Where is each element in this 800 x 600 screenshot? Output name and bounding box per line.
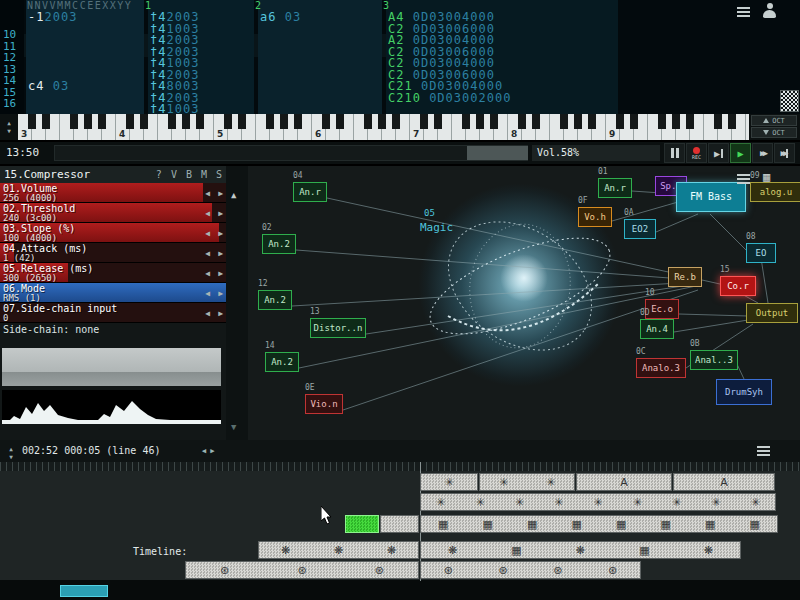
- pattern-cell[interactable]: -12003: [28, 12, 144, 24]
- pattern-cell[interactable]: [28, 93, 144, 105]
- timeline-pattern-block[interactable]: ▦▦▦▦▦▦▦▦: [420, 515, 778, 533]
- octave-up-button[interactable]: OCT: [751, 115, 797, 126]
- piano-black-key[interactable]: [70, 114, 78, 129]
- timeline-pattern-block[interactable]: A: [673, 473, 775, 491]
- module-ec-o[interactable]: Ec.o: [645, 299, 679, 319]
- fast-forward-button[interactable]: ▶▶: [752, 143, 773, 163]
- pattern-cell[interactable]: [260, 81, 382, 93]
- timeline-pattern-block[interactable]: A: [576, 473, 672, 491]
- increment-arrow-icon[interactable]: ▶: [218, 289, 223, 298]
- controller-row[interactable]: 04.Attack (ms)1 (42)◀▶: [0, 243, 226, 263]
- pattern-cell[interactable]: [260, 104, 382, 114]
- skip-to-end-button[interactable]: ▶▶: [774, 143, 795, 163]
- module-patch-area[interactable]: 04An.r02An.212An.213Distor..n14An.20EVio…: [248, 166, 800, 440]
- piano-black-key[interactable]: [294, 114, 302, 129]
- piano-black-key[interactable]: [196, 114, 204, 129]
- patch-grid-icon[interactable]: ▦: [763, 170, 770, 184]
- pattern-cell[interactable]: f41003: [150, 104, 254, 114]
- decrement-arrow-icon[interactable]: ◀: [205, 209, 210, 218]
- piano-black-key[interactable]: [714, 114, 722, 129]
- piano-black-key[interactable]: [574, 114, 582, 129]
- pattern-cell[interactable]: [28, 70, 144, 82]
- pattern-cell[interactable]: f42003: [150, 47, 254, 59]
- piano-black-key[interactable]: [140, 114, 148, 129]
- timeline-pattern-block[interactable]: ❋❋❋: [258, 541, 419, 559]
- timeline-pattern-block[interactable]: ❋▦❋▦❋: [420, 541, 741, 559]
- pattern-cell[interactable]: C210 0D03002000: [388, 93, 618, 105]
- controller-row[interactable]: 03.Slope (%)100 (4000)◀▶: [0, 223, 226, 243]
- piano-black-key[interactable]: [42, 114, 50, 129]
- piano-black-key[interactable]: [686, 114, 694, 129]
- pattern-cell[interactable]: [28, 47, 144, 59]
- module-an-r[interactable]: An.r: [598, 178, 632, 198]
- piano-black-key[interactable]: [168, 114, 176, 129]
- pattern-cell[interactable]: C2 0D03006000: [388, 70, 618, 82]
- patch-menu-icon[interactable]: [737, 174, 751, 186]
- pattern-rows[interactable]: f42003f41003f42003f42003f41003f42003f480…: [150, 12, 254, 114]
- module-an-4[interactable]: An.4: [640, 319, 674, 339]
- controller-row[interactable]: 02.Threshold240 (3c00)◀▶: [0, 203, 226, 223]
- scroll-up-icon[interactable]: ▲: [231, 190, 236, 200]
- decrement-arrow-icon[interactable]: ◀: [205, 269, 210, 278]
- piano-black-key[interactable]: [392, 114, 400, 129]
- module-an-2[interactable]: An.2: [262, 234, 296, 254]
- pattern-cell[interactable]: f42003: [150, 12, 254, 24]
- module-eo[interactable]: EO: [746, 243, 776, 263]
- play-from-start-button[interactable]: ▶: [708, 143, 729, 163]
- piano-black-key[interactable]: [28, 114, 36, 129]
- decrement-arrow-icon[interactable]: ◀: [205, 229, 210, 238]
- pattern-cell[interactable]: [260, 47, 382, 59]
- minimap-view-block[interactable]: [60, 585, 108, 597]
- piano-black-key[interactable]: [560, 114, 568, 129]
- pattern-cell[interactable]: f42003: [150, 70, 254, 82]
- increment-arrow-icon[interactable]: ▶: [218, 189, 223, 198]
- pattern-cell[interactable]: [260, 93, 382, 105]
- side-chain-status[interactable]: Side-chain: none: [0, 323, 226, 337]
- pattern-cell[interactable]: [260, 58, 382, 70]
- piano-black-key[interactable]: [126, 114, 134, 129]
- tracker-track-2[interactable]: 1f42003f41003f42003f42003f41003f42003f48…: [148, 0, 254, 114]
- pattern-cell[interactable]: C2 0D03006000: [388, 47, 618, 59]
- piano-black-key[interactable]: [434, 114, 442, 129]
- decrement-arrow-icon[interactable]: ◀: [205, 309, 210, 318]
- timeline-pattern-block[interactable]: ✳✳✳✳✳✳✳✳✳: [420, 493, 776, 511]
- piano-black-key[interactable]: [462, 114, 470, 129]
- play-button[interactable]: ▶: [730, 143, 751, 163]
- module-an-2[interactable]: An.2: [265, 352, 299, 372]
- piano-black-key[interactable]: [336, 114, 344, 129]
- pattern-cell[interactable]: [260, 70, 382, 82]
- module-distor-n[interactable]: Distor..n: [310, 318, 366, 338]
- piano-black-key[interactable]: [182, 114, 190, 129]
- piano-black-key[interactable]: [476, 114, 484, 129]
- pattern-rows[interactable]: A4 0D03004000C2 0D03006000A2 0D03004000C…: [388, 12, 618, 114]
- song-progress-bar[interactable]: [54, 145, 528, 161]
- panel-button-3[interactable]: M: [201, 169, 207, 180]
- panel-button-1[interactable]: V: [171, 169, 177, 180]
- user-icon[interactable]: [762, 3, 777, 19]
- piano-black-key[interactable]: [364, 114, 372, 129]
- main-menu-icon[interactable]: [737, 7, 751, 19]
- module-drumsyh[interactable]: DrumSyh: [716, 379, 772, 405]
- piano-black-key[interactable]: [98, 114, 106, 129]
- pattern-rows[interactable]: a6 03: [260, 12, 382, 114]
- decrement-arrow-icon[interactable]: ◀: [205, 249, 210, 258]
- piano-black-key[interactable]: [420, 114, 428, 129]
- piano-black-key[interactable]: [280, 114, 288, 129]
- piano-keyboard[interactable]: 3456789: [18, 114, 749, 140]
- pattern-cell[interactable]: f41003: [150, 58, 254, 70]
- pattern-cell[interactable]: [260, 35, 382, 47]
- module-vio-n[interactable]: Vio.n: [305, 394, 343, 414]
- piano-black-key[interactable]: [672, 114, 680, 129]
- decrement-arrow-icon[interactable]: ◀: [205, 189, 210, 198]
- pattern-cell[interactable]: f48003: [150, 81, 254, 93]
- pattern-cell[interactable]: C21 0D03004000: [388, 81, 618, 93]
- keyboard-scroll-widget[interactable]: ▲▼: [3, 120, 15, 134]
- module-alog-u[interactable]: alog.u: [750, 182, 800, 202]
- panel-button-0[interactable]: ?: [156, 169, 162, 180]
- controller-row[interactable]: 07.Side-chain input0◀▶: [0, 303, 226, 323]
- piano-black-key[interactable]: [378, 114, 386, 129]
- panel-button-4[interactable]: S: [216, 169, 222, 180]
- module-an-r[interactable]: An.r: [293, 182, 327, 202]
- piano-black-key[interactable]: [224, 114, 232, 129]
- piano-black-key[interactable]: [518, 114, 526, 129]
